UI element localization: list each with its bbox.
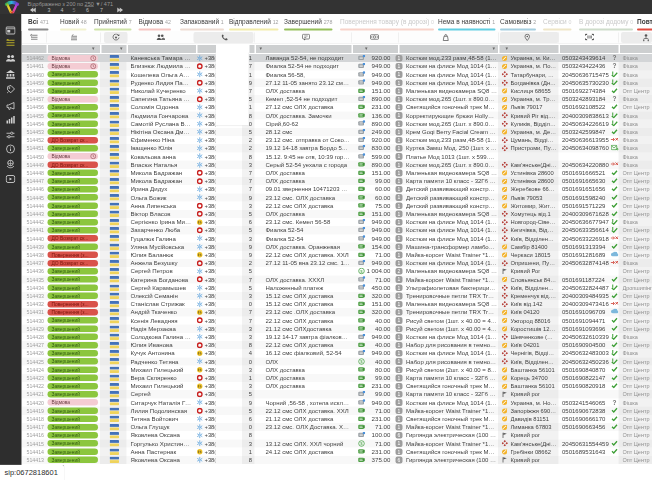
svg-text:$: $ [360, 441, 363, 446]
svg-text:$: $ [360, 359, 363, 364]
svg-text:$: $ [360, 269, 363, 274]
